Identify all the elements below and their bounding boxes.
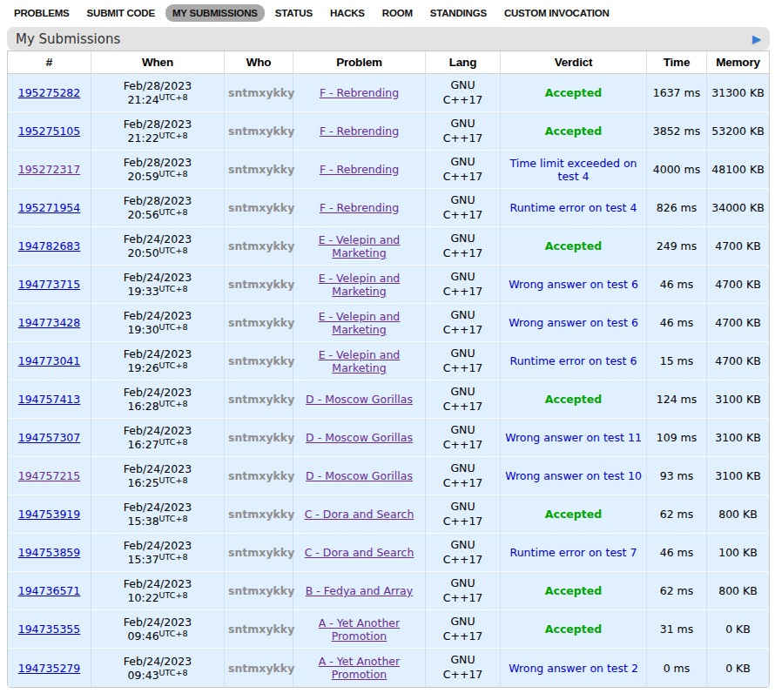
nav-tab-submit-code[interactable]: SUBMIT CODE <box>80 4 162 22</box>
cell-when: Feb/24/2023 20:50UTC+8 <box>91 227 225 266</box>
nav-tab-standings[interactable]: STANDINGS <box>423 4 494 22</box>
cell-lang: GNU C++17 <box>426 572 501 610</box>
submission-id-link[interactable]: 194773715 <box>18 278 81 291</box>
cell-who: sntmxykky <box>225 227 293 266</box>
user-link[interactable]: sntmxykky <box>228 316 294 329</box>
cell-problem: E - Velepin and Marketing <box>293 304 426 342</box>
submission-id-link[interactable]: 194773428 <box>18 316 81 329</box>
verdict-label[interactable]: Time limit exceeded on test 4 <box>509 157 637 183</box>
cell-lang: GNU C++17 <box>426 534 501 572</box>
submission-id-link[interactable]: 195275105 <box>18 125 81 138</box>
user-link[interactable]: sntmxykky <box>228 278 294 291</box>
nav-tab-custom-invocation[interactable]: CUSTOM INVOCATION <box>497 4 617 22</box>
cell-who: sntmxykky <box>225 610 293 649</box>
cell-time: 62 ms <box>647 572 707 610</box>
verdict-label[interactable]: Accepted <box>545 584 602 597</box>
table-header-row: #WhenWhoProblemLangVerdictTimeMemory <box>8 51 769 74</box>
problem-link[interactable]: E - Velepin and Marketing <box>319 233 401 259</box>
problem-link[interactable]: B - Fedya and Array <box>306 584 413 597</box>
submission-id-link[interactable]: 194773041 <box>18 354 81 367</box>
verdict-label[interactable]: Accepted <box>545 393 602 406</box>
problem-link[interactable]: F - Rebrending <box>320 163 399 176</box>
submission-time: 19:30UTC+8 <box>95 323 220 336</box>
verdict-label[interactable]: Wrong answer on test 6 <box>509 316 638 329</box>
nav-tab-hacks[interactable]: HACKS <box>323 4 372 22</box>
problem-link[interactable]: F - Rebrending <box>320 201 399 214</box>
cell-id: 194735355 <box>8 610 91 649</box>
cell-who: sntmxykky <box>225 649 293 687</box>
submission-id-link[interactable]: 194757413 <box>18 393 81 406</box>
verdict-label[interactable]: Accepted <box>545 623 602 636</box>
nav-tab-my-submissions[interactable]: MY SUBMISSIONS <box>165 4 265 22</box>
cell-time: 15 ms <box>647 342 707 380</box>
nav-tab-problems[interactable]: PROBLEMS <box>7 4 77 22</box>
verdict-label[interactable]: Runtime error on test 7 <box>510 546 637 559</box>
user-link[interactable]: sntmxykky <box>228 623 294 636</box>
user-link[interactable]: sntmxykky <box>228 354 294 367</box>
cell-problem: E - Velepin and Marketing <box>293 342 426 380</box>
memory-value: 3100 KB <box>715 469 761 482</box>
cell-time: 249 ms <box>647 227 707 266</box>
verdict-label[interactable]: Wrong answer on test 10 <box>505 469 642 482</box>
user-link[interactable]: sntmxykky <box>228 125 294 138</box>
submission-id-link[interactable]: 195272317 <box>18 163 81 176</box>
verdict-label[interactable]: Accepted <box>545 125 602 138</box>
problem-link[interactable]: E - Velepin and Marketing <box>319 272 401 298</box>
user-link[interactable]: sntmxykky <box>228 239 294 252</box>
user-link[interactable]: sntmxykky <box>228 662 294 675</box>
problem-link[interactable]: A - Yet Another Promotion <box>319 616 400 643</box>
nav-tab-status[interactable]: STATUS <box>268 4 320 22</box>
verdict-label[interactable]: Wrong answer on test 2 <box>509 662 638 675</box>
verdict-label[interactable]: Runtime error on test 6 <box>510 354 637 367</box>
submission-time: 16:27UTC+8 <box>95 438 220 451</box>
submission-id-link[interactable]: 195275282 <box>18 86 81 99</box>
submission-date: Feb/28/2023 <box>95 194 220 208</box>
submission-id-link[interactable]: 194753859 <box>18 546 81 559</box>
memory-value: 48100 KB <box>711 163 765 176</box>
verdict-label[interactable]: Wrong answer on test 6 <box>509 278 638 291</box>
submission-id-link[interactable]: 194782683 <box>18 239 81 252</box>
time-value: 109 ms <box>657 431 698 444</box>
user-link[interactable]: sntmxykky <box>228 431 294 444</box>
timezone-label: UTC+8 <box>159 629 188 638</box>
submission-id-link[interactable]: 194757215 <box>18 469 81 482</box>
submission-id-link[interactable]: 194735279 <box>18 662 81 675</box>
submission-id-link[interactable]: 194735355 <box>18 623 81 636</box>
column-header-memory: Memory <box>707 51 769 74</box>
play-arrow-icon[interactable]: ▶ <box>752 33 761 44</box>
problem-link[interactable]: D - Moscow Gorillas <box>306 431 413 444</box>
submission-id-link[interactable]: 194753919 <box>18 508 81 521</box>
problem-link[interactable]: C - Dora and Search <box>305 546 414 559</box>
verdict-label[interactable]: Runtime error on test 4 <box>510 201 637 214</box>
verdict-label[interactable]: Accepted <box>545 508 602 521</box>
submission-id-link[interactable]: 194736571 <box>18 584 81 597</box>
user-link[interactable]: sntmxykky <box>228 546 294 559</box>
verdict-label[interactable]: Accepted <box>545 86 602 99</box>
problem-link[interactable]: D - Moscow Gorillas <box>306 393 413 406</box>
submission-id-link[interactable]: 195271954 <box>18 201 81 214</box>
verdict-label[interactable]: Accepted <box>545 239 602 252</box>
verdict-label[interactable]: Wrong answer on test 11 <box>505 431 642 444</box>
problem-link[interactable]: A - Yet Another Promotion <box>319 655 400 681</box>
problem-link[interactable]: F - Rebrending <box>320 125 399 138</box>
user-link[interactable]: sntmxykky <box>228 469 294 482</box>
problem-link[interactable]: C - Dora and Search <box>305 508 414 521</box>
problem-link[interactable]: D - Moscow Gorillas <box>306 469 413 482</box>
submission-date: Feb/24/2023 <box>95 501 220 515</box>
user-link[interactable]: sntmxykky <box>228 201 294 214</box>
user-link[interactable]: sntmxykky <box>228 393 294 406</box>
problem-link[interactable]: E - Velepin and Marketing <box>319 310 401 336</box>
user-link[interactable]: sntmxykky <box>228 86 294 99</box>
submission-time: 19:26UTC+8 <box>95 361 220 374</box>
cell-lang: GNU C++17 <box>426 649 501 687</box>
user-link[interactable]: sntmxykky <box>228 163 294 176</box>
cell-problem: D - Moscow Gorillas <box>293 380 426 419</box>
time-value: 46 ms <box>660 278 694 291</box>
submission-id-link[interactable]: 194757307 <box>18 431 81 444</box>
timezone-label: UTC+8 <box>159 590 188 600</box>
user-link[interactable]: sntmxykky <box>228 584 294 597</box>
problem-link[interactable]: E - Velepin and Marketing <box>319 348 401 374</box>
nav-tab-room[interactable]: ROOM <box>375 4 420 22</box>
user-link[interactable]: sntmxykky <box>228 508 294 521</box>
problem-link[interactable]: F - Rebrending <box>320 86 399 99</box>
